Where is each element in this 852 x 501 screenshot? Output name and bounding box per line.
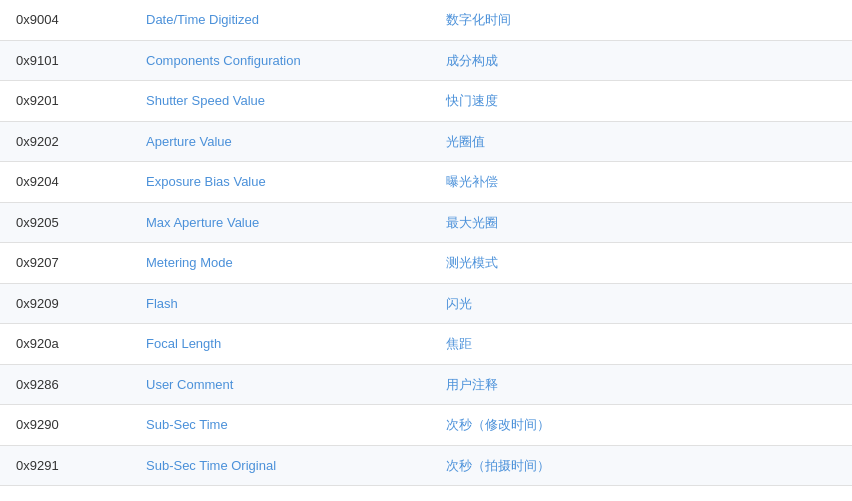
hex-code: 0x9004: [0, 0, 130, 40]
chinese-label: 数字化时间: [430, 0, 852, 40]
table-row: 0x9101Components Configuration成分构成: [0, 40, 852, 81]
chinese-label: 成分构成: [430, 40, 852, 81]
hex-code: 0x9205: [0, 202, 130, 243]
chinese-label: 用户注释: [430, 364, 852, 405]
table-row: 0x9291Sub-Sec Time Original次秒（拍摄时间）: [0, 445, 852, 486]
hex-code: 0x9290: [0, 405, 130, 446]
table-row: 0x920aFocal Length焦距: [0, 324, 852, 365]
english-label[interactable]: Aperture Value: [130, 121, 430, 162]
table-row: 0x9004Date/Time Digitized数字化时间: [0, 0, 852, 40]
table-row: 0x9205Max Aperture Value最大光圈: [0, 202, 852, 243]
hex-code: 0x9202: [0, 121, 130, 162]
english-label[interactable]: Shutter Speed Value: [130, 81, 430, 122]
hex-code: 0x9201: [0, 81, 130, 122]
table-row: 0x9204Exposure Bias Value曝光补偿: [0, 162, 852, 203]
hex-code: 0x9209: [0, 283, 130, 324]
main-container: 0x9004Date/Time Digitized数字化时间0x9101Comp…: [0, 0, 852, 501]
english-label[interactable]: Exposure Bias Value: [130, 162, 430, 203]
table-row: 0x9290Sub-Sec Time次秒（修改时间）: [0, 405, 852, 446]
table-row: 0x9202Aperture Value光圈值: [0, 121, 852, 162]
chinese-label: 焦距: [430, 324, 852, 365]
hex-code: 0x9207: [0, 243, 130, 284]
english-label[interactable]: Sub-Sec Time: [130, 405, 430, 446]
chinese-label: 闪光: [430, 283, 852, 324]
table-row: 0x9207Metering Mode测光模式: [0, 243, 852, 284]
english-label[interactable]: Max Aperture Value: [130, 202, 430, 243]
table-row: 0x9209Flash闪光: [0, 283, 852, 324]
english-label[interactable]: Metering Mode: [130, 243, 430, 284]
exif-table: 0x9004Date/Time Digitized数字化时间0x9101Comp…: [0, 0, 852, 486]
hex-code: 0x9291: [0, 445, 130, 486]
english-label[interactable]: Focal Length: [130, 324, 430, 365]
chinese-label: 最大光圈: [430, 202, 852, 243]
hex-code: 0x9286: [0, 364, 130, 405]
chinese-label: 次秒（修改时间）: [430, 405, 852, 446]
chinese-label: 光圈值: [430, 121, 852, 162]
english-label[interactable]: Flash: [130, 283, 430, 324]
hex-code: 0x9204: [0, 162, 130, 203]
chinese-label: 曝光补偿: [430, 162, 852, 203]
table-row: 0x9286User Comment用户注释: [0, 364, 852, 405]
english-label[interactable]: Components Configuration: [130, 40, 430, 81]
chinese-label: 快门速度: [430, 81, 852, 122]
hex-code: 0x920a: [0, 324, 130, 365]
chinese-label: 测光模式: [430, 243, 852, 284]
table-row: 0x9201Shutter Speed Value快门速度: [0, 81, 852, 122]
english-label[interactable]: User Comment: [130, 364, 430, 405]
english-label[interactable]: Sub-Sec Time Original: [130, 445, 430, 486]
hex-code: 0x9101: [0, 40, 130, 81]
chinese-label: 次秒（拍摄时间）: [430, 445, 852, 486]
english-label[interactable]: Date/Time Digitized: [130, 0, 430, 40]
